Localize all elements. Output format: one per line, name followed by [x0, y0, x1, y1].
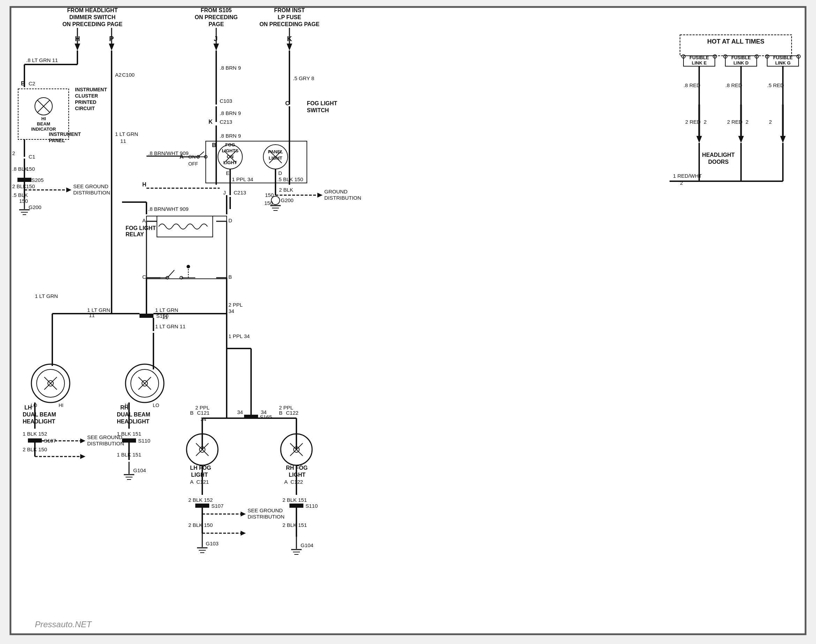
svg-text:LO: LO [153, 403, 159, 408]
svg-text:E: E [226, 170, 229, 176]
svg-text:S110: S110 [138, 438, 150, 444]
svg-text:LINK G: LINK G [775, 60, 791, 66]
svg-text:.8 BLK: .8 BLK [12, 166, 28, 172]
svg-text:C1: C1 [29, 154, 35, 159]
svg-text:J: J [214, 35, 218, 43]
svg-text:DISTRIBUTION: DISTRIBUTION [324, 195, 361, 201]
svg-text:A: A [190, 479, 194, 485]
svg-text:PAGE: PAGE [209, 21, 224, 27]
svg-text:A2: A2 [115, 72, 121, 78]
svg-text:.8 BRN  9: .8 BRN 9 [220, 65, 241, 71]
svg-text:34: 34 [261, 409, 267, 415]
svg-text:2: 2 [704, 119, 707, 125]
svg-text:11: 11 [162, 314, 168, 320]
svg-text:G104: G104 [133, 467, 146, 473]
svg-text:G200: G200 [281, 197, 294, 203]
svg-text:ON: ON [227, 154, 234, 159]
svg-text:.8 RED: .8 RED [684, 82, 701, 88]
svg-text:2 PPL: 2 PPL [195, 405, 210, 411]
svg-text:C: C [142, 274, 146, 280]
svg-text:HEADLIGHT: HEADLIGHT [23, 419, 55, 425]
svg-text:C: C [285, 100, 289, 106]
svg-text:DUAL BEAM: DUAL BEAM [117, 412, 150, 417]
svg-text:2 BLK: 2 BLK [12, 183, 26, 189]
svg-text:PANEL: PANEL [268, 149, 283, 154]
svg-text:1 LT GRN  11: 1 LT GRN 11 [155, 324, 186, 329]
svg-text:FROM INST: FROM INST [274, 7, 305, 13]
svg-text:C213: C213 [234, 190, 246, 195]
svg-text:1 LT GRN: 1 LT GRN [115, 131, 138, 137]
wiring-diagram: FROM HEADLIGHT DIMMER SWITCH ON PRECEDIN… [0, 0, 816, 644]
svg-text:.5 BLK: .5 BLK [12, 192, 28, 198]
svg-text:DISTRIBUTION: DISTRIBUTION [247, 514, 284, 520]
svg-text:34: 34 [237, 409, 243, 415]
svg-text:GROUND: GROUND [324, 189, 348, 195]
svg-text:B: B [279, 410, 283, 416]
svg-text:SEE GROUND: SEE GROUND [73, 183, 108, 189]
svg-text:2: 2 [769, 119, 772, 125]
svg-text:2 PPL: 2 PPL [279, 405, 293, 411]
svg-text:1 RED/WHT: 1 RED/WHT [673, 173, 702, 179]
svg-text:.5 RED: .5 RED [767, 82, 784, 88]
svg-text:FUSIBLE: FUSIBLE [731, 55, 751, 60]
svg-text:PANEL: PANEL [49, 138, 65, 143]
svg-text:DISTRIBUTION: DISTRIBUTION [87, 440, 124, 446]
svg-text:.8 BRN  9: .8 BRN 9 [220, 110, 241, 116]
svg-text:B: B [228, 274, 232, 280]
svg-text:HI: HI [41, 116, 46, 121]
svg-rect-281 [195, 504, 209, 508]
svg-text:.8 RED: .8 RED [725, 82, 742, 88]
svg-text:2: 2 [12, 150, 15, 156]
svg-text:LIGHT: LIGHT [289, 472, 306, 478]
svg-text:.8 BRN/WHT  909: .8 BRN/WHT 909 [148, 206, 189, 212]
svg-text:RELAY: RELAY [126, 232, 144, 237]
svg-text:SWITCH: SWITCH [307, 107, 329, 113]
svg-text:B: B [21, 81, 25, 86]
svg-text:.5 GRY  8: .5 GRY 8 [293, 75, 314, 81]
svg-text:D: D [278, 170, 282, 176]
svg-text:.5 BLK  150: .5 BLK 150 [277, 176, 303, 182]
svg-text:34: 34 [201, 416, 206, 422]
svg-text:1 LT GRN: 1 LT GRN [155, 307, 178, 313]
svg-rect-234 [28, 439, 42, 443]
svg-rect-314 [289, 504, 303, 508]
svg-text:C103: C103 [220, 98, 232, 104]
svg-text:C121: C121 [197, 410, 210, 416]
svg-text:2 BLK  152: 2 BLK 152 [188, 497, 213, 503]
svg-text:2: 2 [680, 180, 683, 186]
svg-text:K: K [209, 119, 213, 125]
svg-text:.8 BRN  9: .8 BRN 9 [220, 133, 241, 139]
svg-text:ON PRECEDING: ON PRECEDING [195, 14, 238, 20]
svg-text:FROM S105: FROM S105 [201, 7, 232, 13]
svg-text:S107: S107 [211, 503, 224, 509]
svg-text:S107: S107 [44, 438, 56, 444]
svg-text:A: A [284, 479, 288, 485]
svg-text:H: H [75, 35, 80, 43]
svg-text:1 LT GRN: 1 LT GRN [35, 293, 58, 299]
svg-text:A: A [142, 218, 146, 223]
svg-text:11: 11 [120, 138, 126, 144]
svg-rect-207 [140, 314, 154, 318]
svg-text:P: P [109, 35, 114, 43]
svg-text:HI: HI [58, 403, 63, 408]
svg-text:FOG LIGHT: FOG LIGHT [307, 100, 337, 106]
svg-text:1 PPL  34: 1 PPL 34 [228, 333, 250, 339]
svg-text:LINK E: LINK E [692, 60, 707, 66]
svg-text:C122: C122 [286, 410, 298, 416]
svg-text:DISTRIBUTION: DISTRIBUTION [73, 190, 110, 195]
svg-text:K: K [287, 35, 292, 43]
svg-text:150: 150 [26, 183, 35, 189]
svg-text:LO: LO [31, 403, 37, 408]
svg-text:LH FOG: LH FOG [190, 465, 211, 471]
svg-text:G200: G200 [29, 204, 41, 210]
svg-text:G103: G103 [206, 541, 219, 546]
svg-text:C100: C100 [122, 72, 135, 78]
svg-text:C2: C2 [29, 81, 35, 86]
svg-text:LIGHT: LIGHT [224, 160, 237, 165]
svg-text:FUSIBLE: FUSIBLE [773, 55, 793, 60]
svg-text:INDICATOR: INDICATOR [31, 127, 56, 132]
svg-text:B: B [212, 142, 216, 148]
svg-rect-256 [122, 439, 136, 443]
svg-text:PRINTED: PRINTED [75, 99, 96, 105]
svg-text:LINK D: LINK D [733, 60, 748, 66]
